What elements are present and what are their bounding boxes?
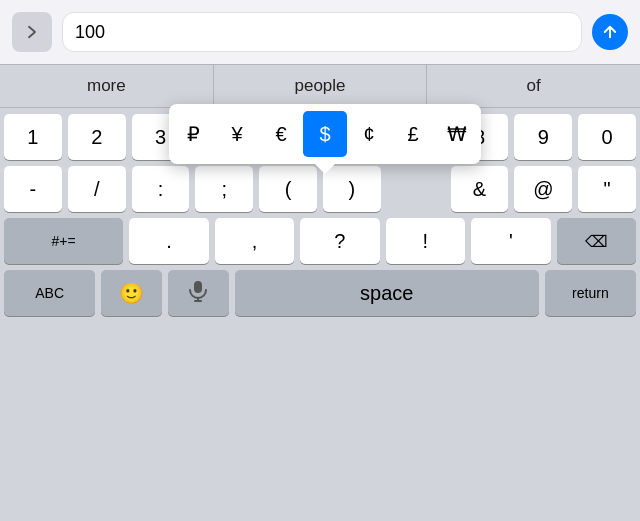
mic-icon bbox=[189, 280, 207, 307]
key-open-paren[interactable]: ( bbox=[259, 166, 317, 212]
key-abc[interactable]: ABC bbox=[4, 270, 95, 316]
key-hashplus[interactable]: #+= bbox=[4, 218, 123, 264]
backspace-icon: ⌫ bbox=[585, 232, 608, 251]
key-colon[interactable]: : bbox=[132, 166, 190, 212]
currency-dollar[interactable]: $ bbox=[303, 111, 347, 157]
bottom-row: ABC 🙂 space return bbox=[4, 270, 636, 316]
key-ampersand[interactable]: & bbox=[451, 166, 509, 212]
autocomplete-of[interactable]: of bbox=[427, 65, 640, 107]
nav-button[interactable] bbox=[12, 12, 52, 52]
currency-cent[interactable]: ¢ bbox=[347, 111, 391, 157]
currency-won[interactable]: ₩ bbox=[435, 111, 479, 157]
autocomplete-people[interactable]: people bbox=[214, 65, 428, 107]
top-bar bbox=[0, 0, 640, 64]
arrow-up-icon bbox=[601, 23, 619, 41]
emoji-icon: 🙂 bbox=[119, 281, 144, 305]
key-space[interactable]: space bbox=[235, 270, 539, 316]
key-emoji[interactable]: 🙂 bbox=[101, 270, 162, 316]
currency-popup: ₽ ¥ € $ ¢ £ ₩ bbox=[169, 104, 481, 164]
submit-button[interactable] bbox=[592, 14, 628, 50]
chevron-right-icon bbox=[23, 23, 41, 41]
autocomplete-bar: more people of bbox=[0, 64, 640, 108]
key-slash[interactable]: / bbox=[68, 166, 126, 212]
search-input[interactable] bbox=[75, 22, 569, 43]
currency-pound[interactable]: £ bbox=[391, 111, 435, 157]
currency-yen[interactable]: ¥ bbox=[215, 111, 259, 157]
key-9[interactable]: 9 bbox=[514, 114, 572, 160]
key-quote[interactable]: " bbox=[578, 166, 636, 212]
key-semicolon[interactable]: ; bbox=[195, 166, 253, 212]
key-exclaim[interactable]: ! bbox=[386, 218, 465, 264]
key-mic[interactable] bbox=[168, 270, 229, 316]
key-1[interactable]: 1 bbox=[4, 114, 62, 160]
keyboard: 1 2 3 4 5 6 7 8 9 0 ₽ ¥ € $ ¢ £ ₩ - / : … bbox=[0, 108, 640, 326]
search-input-wrapper bbox=[62, 12, 582, 52]
number-row: 1 2 3 4 5 6 7 8 9 0 ₽ ¥ € $ ¢ £ ₩ bbox=[4, 114, 636, 160]
key-backspace[interactable]: ⌫ bbox=[557, 218, 636, 264]
key-comma[interactable]: , bbox=[215, 218, 294, 264]
key-2[interactable]: 2 bbox=[68, 114, 126, 160]
key-0[interactable]: 0 bbox=[578, 114, 636, 160]
svg-rect-0 bbox=[194, 281, 202, 293]
key-period[interactable]: . bbox=[129, 218, 208, 264]
key-return[interactable]: return bbox=[545, 270, 636, 316]
key-apostrophe[interactable]: ' bbox=[471, 218, 550, 264]
key-question[interactable]: ? bbox=[300, 218, 379, 264]
autocomplete-more[interactable]: more bbox=[0, 65, 214, 107]
currency-ruble[interactable]: ₽ bbox=[171, 111, 215, 157]
special-row: #+= . , ? ! ' ⌫ bbox=[4, 218, 636, 264]
key-at[interactable]: @ bbox=[514, 166, 572, 212]
key-minus[interactable]: - bbox=[4, 166, 62, 212]
currency-euro[interactable]: € bbox=[259, 111, 303, 157]
